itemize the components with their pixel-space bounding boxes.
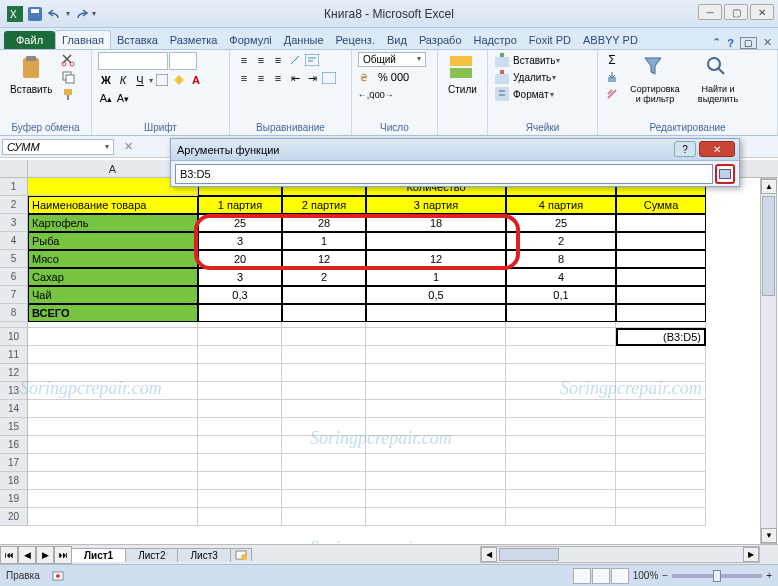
cell[interactable]: Мясо — [28, 250, 198, 268]
dialog-titlebar[interactable]: Аргументы функции ? ✕ — [171, 139, 739, 161]
cell[interactable]: 1 партия — [198, 196, 282, 214]
tab-formulas[interactable]: Формулі — [223, 31, 277, 49]
cell[interactable] — [616, 268, 706, 286]
tab-home[interactable]: Главная — [55, 30, 111, 49]
cell[interactable] — [506, 346, 616, 364]
number-format-select[interactable]: Общий▾ — [358, 52, 426, 67]
copy-icon[interactable] — [60, 69, 76, 85]
zoom-slider[interactable] — [672, 574, 762, 578]
undo-icon[interactable] — [46, 5, 64, 23]
cell[interactable]: Картофель — [28, 214, 198, 232]
tab-addins[interactable]: Надстро — [468, 31, 523, 49]
cell[interactable] — [366, 472, 506, 490]
align-right-icon[interactable]: ≡ — [270, 70, 286, 86]
tab-abbyy[interactable]: ABBYY PD — [577, 31, 644, 49]
sheet-tab[interactable]: Лист3 — [177, 548, 230, 562]
cell[interactable] — [506, 490, 616, 508]
delete-cell-button[interactable]: Удалить — [513, 72, 551, 83]
redo-icon[interactable] — [72, 5, 90, 23]
underline-icon[interactable]: Ч — [132, 72, 148, 88]
wrap-text-icon[interactable] — [304, 52, 320, 68]
shrink-font-icon[interactable]: A▾ — [115, 90, 131, 106]
qat-dropdown[interactable]: ▾ — [92, 9, 96, 18]
cell[interactable]: 20 — [198, 250, 282, 268]
save-icon[interactable] — [26, 5, 44, 23]
scroll-thumb[interactable] — [762, 196, 775, 296]
cell[interactable]: Чай — [28, 286, 198, 304]
tab-review[interactable]: Реценз. — [330, 31, 381, 49]
border-icon[interactable] — [154, 72, 170, 88]
cell[interactable] — [282, 364, 366, 382]
page-break-view-button[interactable] — [611, 568, 629, 584]
cell[interactable] — [366, 418, 506, 436]
tab-insert[interactable]: Вставка — [111, 31, 164, 49]
cell[interactable] — [366, 364, 506, 382]
cell[interactable]: 28 — [282, 214, 366, 232]
restore-button[interactable]: ▢ — [724, 4, 748, 20]
cell[interactable] — [28, 346, 198, 364]
row-header[interactable]: 8 — [0, 304, 28, 322]
cell[interactable] — [28, 436, 198, 454]
cell[interactable] — [616, 418, 706, 436]
cell[interactable] — [28, 472, 198, 490]
cell[interactable] — [198, 436, 282, 454]
cell[interactable] — [366, 382, 506, 400]
cell[interactable] — [506, 304, 616, 322]
align-left-icon[interactable]: ≡ — [236, 70, 252, 86]
cell[interactable] — [506, 508, 616, 526]
scroll-left-button[interactable]: ◀ — [481, 547, 497, 562]
cell[interactable] — [506, 382, 616, 400]
row-header[interactable]: 17 — [0, 454, 28, 472]
autosum-icon[interactable]: Σ — [604, 52, 620, 68]
cell[interactable]: 4 — [506, 268, 616, 286]
cell[interactable] — [198, 382, 282, 400]
cell[interactable] — [616, 454, 706, 472]
prev-sheet-button[interactable]: ◀ — [18, 546, 36, 564]
cell[interactable] — [282, 382, 366, 400]
row-header[interactable]: 4 — [0, 232, 28, 250]
worksheet-grid[interactable]: A B C D E F 1 Количество 2 Наименование … — [0, 160, 778, 564]
align-center-icon[interactable]: ≡ — [253, 70, 269, 86]
cancel-formula-icon[interactable]: ✕ — [120, 139, 136, 155]
row-header[interactable]: 2 — [0, 196, 28, 214]
dialog-close-button[interactable]: ✕ — [699, 141, 735, 157]
decrease-indent-icon[interactable]: ⇤ — [287, 70, 303, 86]
cell[interactable] — [366, 400, 506, 418]
fill-icon[interactable] — [604, 69, 620, 85]
next-sheet-button[interactable]: ▶ — [36, 546, 54, 564]
zoom-out-button[interactable]: − — [662, 570, 668, 581]
cell[interactable] — [282, 286, 366, 304]
sort-filter-button[interactable]: Сортировка и фильтр — [624, 52, 686, 106]
cell[interactable] — [506, 328, 616, 346]
cell[interactable]: Наименование товара — [28, 196, 198, 214]
cell[interactable] — [198, 346, 282, 364]
row-header[interactable]: 11 — [0, 346, 28, 364]
first-sheet-button[interactable]: ⏮ — [0, 546, 18, 564]
percent-icon[interactable]: % — [375, 69, 391, 85]
row-header[interactable]: 13 — [0, 382, 28, 400]
zoom-thumb[interactable] — [713, 570, 721, 582]
cell[interactable] — [366, 454, 506, 472]
sheet-tab[interactable]: Лист2 — [125, 548, 178, 562]
cell[interactable] — [616, 400, 706, 418]
cell[interactable] — [198, 490, 282, 508]
cell[interactable] — [28, 490, 198, 508]
clear-icon[interactable] — [604, 86, 620, 102]
cell[interactable]: Сахар — [28, 268, 198, 286]
orientation-icon[interactable] — [287, 52, 303, 68]
dialog-help-button[interactable]: ? — [674, 141, 696, 157]
styles-button[interactable]: Стили — [444, 52, 481, 97]
cell[interactable] — [616, 346, 706, 364]
undo-dropdown[interactable]: ▾ — [66, 9, 70, 18]
row-header[interactable]: 1 — [0, 178, 28, 196]
row-header[interactable]: 18 — [0, 472, 28, 490]
align-middle-icon[interactable]: ≡ — [253, 52, 269, 68]
cell[interactable] — [616, 214, 706, 232]
cell[interactable] — [282, 436, 366, 454]
merge-icon[interactable] — [321, 70, 337, 86]
row-header[interactable]: 16 — [0, 436, 28, 454]
page-layout-view-button[interactable] — [592, 568, 610, 584]
cell[interactable]: Сумма — [616, 196, 706, 214]
cell[interactable] — [616, 490, 706, 508]
bold-icon[interactable]: Ж — [98, 72, 114, 88]
